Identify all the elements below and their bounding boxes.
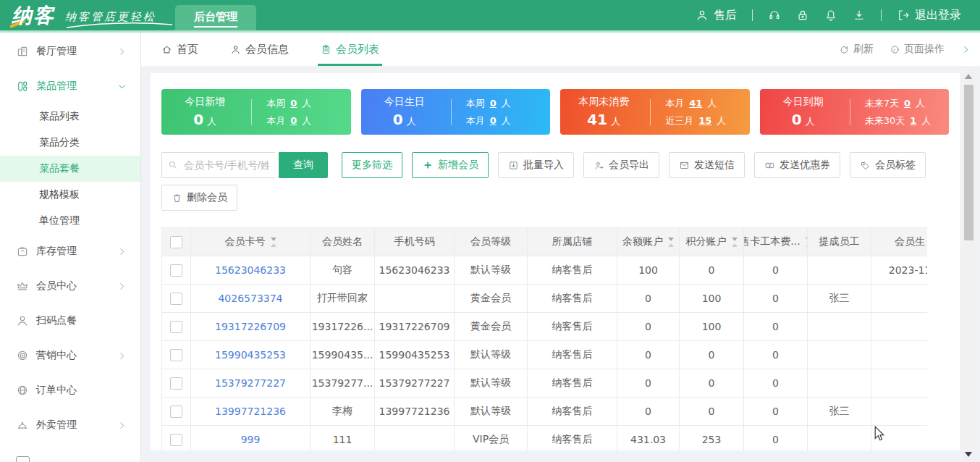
table-row: 4026573374 打开带回家 黄金会员 纳客售后 0 100 0 张三 [162,285,927,313]
sidebar-item-scan-order[interactable]: 扫码点餐 [0,303,140,338]
member-tag-button[interactable]: 会员标签 [850,152,926,178]
level-cell: 默认等级 [455,341,528,369]
bell-icon[interactable] [824,9,837,22]
sidebar-item-dishes[interactable]: 菜品管理 [0,69,140,104]
backend-admin-tab[interactable]: 后台管理 [175,5,256,30]
sidebar-item-member-center[interactable]: 会员中心 [0,269,140,303]
building-icon [16,45,29,58]
member-card-link[interactable]: 4026573374 [218,293,282,304]
row-checkbox[interactable] [170,349,182,361]
brand-slogan: 纳客管店更轻松 [65,9,156,24]
row-checkbox[interactable] [170,434,182,446]
crown-icon [16,280,29,293]
add-member-button[interactable]: ＋新增会员 [412,152,489,178]
member-name-cell: 句容 [311,256,375,284]
level-cell: VIP会员 [455,426,528,450]
stat-link[interactable]: 1 [910,115,916,126]
store-cell: 纳客售后 [528,313,617,340]
tab-home[interactable]: 首页 [161,33,198,66]
member-card-link[interactable]: 19317226709 [215,321,286,332]
member-list-panel: 今日新增 0人 本周0人 本月0人 今日生日 0人 [151,73,960,450]
row-checkbox[interactable] [170,406,182,418]
stat-link[interactable]: 15 [698,115,711,126]
sidebar-subitem-dish-list[interactable]: 菜品列表 [0,104,140,130]
level-cell: 黄金会员 [455,285,528,312]
batch-import-button[interactable]: 批量导入 [498,152,574,178]
row-checkbox[interactable] [170,321,182,333]
sidebar-subitem-spec-template[interactable]: 规格模板 [0,182,140,208]
content-area: 今日新增 0人 本周0人 本月0人 今日生日 0人 [141,66,980,462]
delete-member-button[interactable]: 删除会员 [161,185,237,211]
scroll-down-arrow-icon[interactable] [965,452,972,457]
sidebar-subitem-dish-category[interactable]: 菜品分类 [0,130,140,156]
table-row: 15623046233 句容 15623046233 默认等级 纳客售后 100… [162,256,927,285]
top-header: 纳客 纳客管店更轻松 后台管理 售后 退出登录 [0,0,980,30]
header-actions: 售后 退出登录 [696,8,961,23]
card-fee-cell: 0 [744,256,808,284]
download-icon[interactable] [853,9,866,22]
divider [850,99,850,125]
divider [451,99,452,125]
stat-link[interactable]: 41 [689,98,702,109]
send-coupon-button[interactable]: 发送优惠券 [754,152,840,178]
more-filter-button[interactable]: 更多筛选 [342,152,402,178]
row-checkbox[interactable] [170,293,182,305]
logout-button[interactable]: 退出登录 [897,8,961,23]
chevron-right-icon[interactable] [960,44,971,55]
store-cell: 纳客售后 [528,341,617,369]
sidebar-subitem-unit-manage[interactable]: 单位管理 [0,208,140,234]
level-cell: 默认等级 [455,398,528,425]
divider [251,99,252,125]
row-checkbox[interactable] [170,264,182,277]
sidebar-item-inventory[interactable]: 库存管理 [0,234,140,269]
search-button[interactable]: 查询 [279,152,328,178]
divider [881,9,882,21]
vertical-scrollbar[interactable] [963,69,975,462]
send-sms-button[interactable]: 发送短信 [669,152,745,178]
stat-link[interactable]: 0 [290,98,297,109]
sidebar-item-takeout[interactable]: 外卖管理 [0,408,140,442]
stat-link[interactable]: 0 [490,115,497,126]
scroll-up-arrow-icon[interactable] [965,74,972,79]
member-card-link[interactable]: 999 [241,434,261,445]
member-export-button[interactable]: 会员导出 [583,152,659,178]
row-checkbox[interactable] [170,377,182,390]
sort-toggle[interactable] [668,238,674,247]
phone-cell: 19317226709 [375,313,455,340]
store-cell: 纳客售后 [528,256,617,284]
birthday-cell: 2023-11 [871,256,927,284]
stat-link[interactable]: 0 [290,115,297,126]
scrollbar-thumb[interactable] [964,85,973,240]
sort-toggle[interactable] [732,238,738,247]
stat-link[interactable]: 0 [490,98,497,109]
tab-member-info[interactable]: 会员信息 [230,33,289,66]
headset-icon[interactable] [768,9,781,22]
partial-menu-icon [16,456,30,462]
refresh-button[interactable]: 刷新 [839,43,874,56]
sort-toggle[interactable] [271,238,276,247]
sidebar-subitem-dish-combo[interactable]: 菜品套餐 [0,156,140,182]
sidebar-item-order-center[interactable]: 订单中心 [0,373,140,408]
search-box [161,152,275,178]
member-card-link[interactable]: 15379277227 [215,377,286,389]
divider [650,99,651,125]
target-icon [16,349,29,362]
tab-member-list[interactable]: 会员列表 [321,33,379,66]
lock-icon[interactable] [796,9,809,22]
page-operations-button[interactable]: 页面操作 [890,43,945,56]
aftersale-user[interactable]: 售后 [696,8,737,23]
cloche-icon [16,419,29,432]
home-icon [161,44,172,55]
search-icon [167,159,178,170]
search-input[interactable] [161,152,275,178]
balance-cell: 100 [617,256,680,284]
stat-link[interactable]: 0 [904,98,911,109]
sidebar-item-restaurant[interactable]: 餐厅管理 [0,34,140,69]
person-icon [16,314,29,327]
select-all-checkbox[interactable] [170,236,182,248]
trash-icon [172,193,182,203]
sidebar-item-marketing[interactable]: 营销中心 [0,338,140,373]
member-card-link[interactable]: 15990435253 [215,349,286,361]
member-card-link[interactable]: 13997721236 [215,406,286,417]
member-card-link[interactable]: 15623046233 [215,264,286,276]
